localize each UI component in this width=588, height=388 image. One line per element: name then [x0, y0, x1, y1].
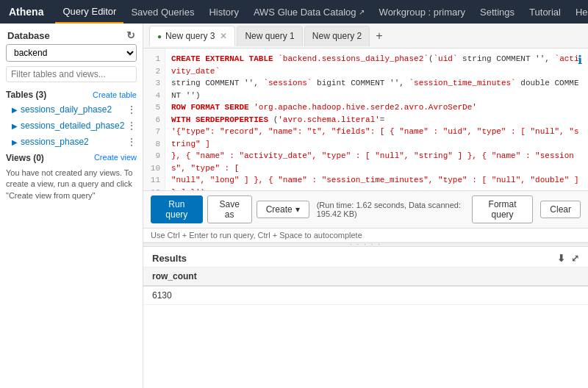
views-label: Views (0) [6, 153, 44, 163]
external-link-icon: ↗ [359, 8, 365, 16]
tables-section-header: Tables (3) Create table [0, 87, 143, 101]
content-area: ● New query 3 ✕ New query 1 New query 2 … [143, 24, 588, 388]
create-label: Create [266, 204, 293, 215]
save-as-button[interactable]: Save as [207, 195, 252, 223]
results-actions: ⬇ ⤢ [557, 253, 579, 264]
kebab-menu-icon-3[interactable]: ⋮ [126, 136, 137, 148]
nav-workgroup[interactable]: Workgroup : primary [372, 0, 473, 24]
create-dropdown-icon: ▾ [295, 204, 300, 215]
code-editor-content[interactable]: CREATE EXTERNAL TABLE `backend.sessions_… [165, 48, 588, 190]
brand-logo: Athena [9, 6, 43, 18]
sidebar-item-sessions-phase2[interactable]: ▶sessions_phase2 ⋮ [0, 134, 143, 150]
editor-toolbar: Run query Save as Create ▾ (Run time: 1.… [143, 191, 588, 229]
nav-history[interactable]: History [201, 0, 245, 24]
format-query-button[interactable]: Format query [472, 195, 534, 223]
query-editor[interactable]: 1234567891011121314151617181920212223242… [143, 48, 588, 191]
clear-button[interactable]: Clear [540, 201, 581, 218]
sidebar-item-sessions-detailed[interactable]: ▶sessions_detailed_phase2 ⋮ [0, 118, 143, 134]
nav-settings[interactable]: Settings [473, 0, 522, 24]
tab-label-3: New query 3 [165, 31, 215, 41]
info-icon[interactable]: ℹ [578, 53, 582, 67]
add-tab-button[interactable]: + [371, 28, 387, 44]
views-hint-text: You have not created any views. To creat… [0, 165, 143, 204]
run-query-button[interactable]: Run query [151, 195, 203, 223]
nav-tutorial[interactable]: Tutorial [522, 0, 568, 24]
results-panel: Results ⬇ ⤢ row_count 6130 [143, 247, 588, 389]
expand-icon[interactable]: ⤢ [571, 253, 579, 264]
tab-new-query-2[interactable]: New query 2 [304, 26, 370, 46]
create-button[interactable]: Create ▾ [257, 201, 309, 218]
expand-arrow-icon-3: ▶ [12, 138, 18, 146]
tab-label-2: New query 2 [312, 31, 362, 41]
nav-query-editor[interactable]: Query Editor [55, 0, 123, 24]
refresh-icon[interactable]: ↻ [126, 29, 135, 41]
main-layout: Database ↻ backend Tables (3) Create tab… [0, 24, 588, 388]
nav-glue-catalog[interactable]: AWS Glue Data Catalog ↗ [246, 0, 372, 24]
kebab-menu-icon[interactable]: ⋮ [126, 104, 137, 115]
table-name-1: sessions_daily_phase2 [21, 104, 112, 115]
query-tabs: ● New query 3 ✕ New query 1 New query 2 … [143, 24, 588, 48]
content-wrapper: ● New query 3 ✕ New query 1 New query 2 … [143, 24, 588, 388]
table-name-3: sessions_phase2 [21, 137, 89, 147]
tab-close-icon-3[interactable]: ✕ [220, 31, 227, 41]
line-numbers: 1234567891011121314151617181920212223242… [143, 48, 165, 190]
active-tab-indicator: ● [157, 32, 162, 40]
results-table: row_count 6130 [143, 267, 588, 305]
tab-label-1: New query 1 [245, 31, 294, 41]
tab-new-query-3[interactable]: ● New query 3 ✕ [149, 26, 235, 46]
expand-arrow-icon: ▶ [12, 106, 18, 114]
results-title: Results [152, 253, 187, 264]
database-select[interactable]: backend [6, 44, 137, 62]
nav-items: Query Editor Saved Queries History AWS G… [55, 0, 588, 24]
expand-arrow-icon-2: ▶ [12, 122, 18, 130]
create-table-link[interactable]: Create table [93, 90, 137, 99]
run-info-text: (Run time: 1.62 seconds, Data scanned: 1… [317, 201, 467, 218]
results-header: Results ⬇ ⤢ [143, 247, 588, 267]
create-view-link[interactable]: Create view [94, 153, 137, 163]
database-label: Database [7, 30, 50, 41]
sidebar-item-sessions-daily[interactable]: ▶sessions_daily_phase2 ⋮ [0, 101, 143, 118]
table-filter-input[interactable] [6, 66, 137, 82]
nav-help[interactable]: Help [568, 0, 588, 24]
table-name-2: sessions_detailed_phase2 [21, 121, 124, 131]
tables-label: Tables (3) [6, 90, 46, 100]
nav-saved-queries[interactable]: Saved Queries [123, 0, 201, 24]
download-icon[interactable]: ⬇ [557, 253, 565, 264]
top-navigation: Athena Query Editor Saved Queries Histor… [0, 0, 588, 24]
tab-new-query-1[interactable]: New query 1 [237, 26, 302, 46]
sidebar-header: Database ↻ [0, 24, 143, 44]
results-cell-1: 6130 [143, 286, 588, 305]
results-col-header-row-count: row_count [143, 267, 588, 286]
sidebar: Database ↻ backend Tables (3) Create tab… [0, 24, 143, 388]
table-row: 6130 [143, 286, 588, 305]
kebab-menu-icon-2[interactable]: ⋮ [126, 120, 137, 132]
views-section-header: Views (0) Create view [0, 150, 143, 165]
